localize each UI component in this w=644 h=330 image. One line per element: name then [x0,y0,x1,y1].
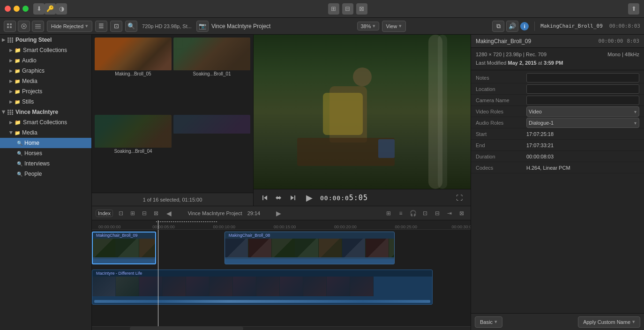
minimize-button[interactable] [14,6,20,12]
audio-roles-select[interactable]: Dialogue-1 Dialogue Music Effects [526,118,639,128]
sidebar-item-smart-collections-2[interactable]: ▶ 📁 Smart Collections [0,117,91,128]
sidebar-library-vinceMacIntyre[interactable]: ▶ Vince MacIntyre [0,107,91,117]
magnify-icon: 🔍 [17,172,22,177]
preview-video [254,35,471,189]
folder-plus-icon: 📁 [15,79,20,84]
field-notes-input[interactable] [526,73,639,82]
tl-btn-3[interactable]: ⊟ [139,208,150,218]
track-making-broll-08[interactable]: MakingChair_Broll_08 [225,232,395,264]
field-codecs-value: H.264, Linear PCM [526,165,639,171]
field-start-value: 17:07:25:18 [526,131,639,137]
clip-soaking-broll-04[interactable]: Soaking...Broll_04 [95,115,172,190]
maximize-button[interactable] [22,6,29,12]
sidebar-item-graphics[interactable]: ▶ 📁 Graphics [0,66,91,76]
close-button[interactable] [5,6,11,12]
filmstrip-view-btn[interactable]: ⊡ [110,21,122,32]
tl-icon-6[interactable]: ⊠ [457,208,467,218]
search-btn[interactable]: 🔍 [125,21,137,32]
list-view-btn[interactable]: ☰ [95,21,107,32]
timeline-tracks: MakingChair_Broll_09 Making [92,230,471,326]
download-icon[interactable]: ⬇ [33,3,45,15]
out-point-btn[interactable] [287,192,299,203]
library-icon-btn[interactable] [4,21,16,32]
tl-icon-4[interactable]: ⊟ [432,208,442,218]
track-macintyre-audio[interactable]: MacIntyre - Different Life [92,270,433,305]
tl-arrow-left-btn[interactable]: ◀ [164,208,174,218]
clip-soaking-broll-01[interactable]: Soaking...Broll_01 [173,38,250,113]
split-view-icon[interactable]: ⊟ [342,3,353,15]
field-location: Location [471,83,644,95]
tl-btn-2[interactable]: ⊞ [127,208,138,218]
clip-making-broll-05[interactable]: Making...Broll_05 [95,38,172,113]
svg-rect-23 [12,112,13,113]
sidebar-item-interviews[interactable]: 🔍 Interviews [0,158,91,169]
settings-btn[interactable] [32,21,44,32]
field-start-label: Start [476,131,523,137]
sidebar-item-horses[interactable]: 🔍 Horses [0,148,91,158]
export-icon[interactable]: ⬆ [628,3,639,15]
info-icon[interactable]: i [520,22,529,30]
tl-btn-4[interactable]: ⊠ [151,208,161,218]
profile-icon[interactable]: ◑ [56,3,67,15]
video-roles-select[interactable]: Video Dialogue Music Effects [526,106,639,117]
basic-btn[interactable]: Basic ▾ [475,316,502,328]
browser-panel: Making...Broll_05 Soaking...Broll_01 [92,35,254,206]
timeline-scrollbar[interactable] [92,326,471,330]
adjust-icon[interactable]: ⊠ [356,3,367,15]
magnify-icon: 🔍 [17,151,22,156]
field-notes: Notes [471,72,644,83]
zoom-control[interactable]: 38% ▾ [357,22,379,30]
field-camera-name-input[interactable] [526,96,639,105]
sidebar-item-people[interactable]: 🔍 People [0,169,91,179]
audio-icon[interactable]: 🔊 [506,21,518,32]
folder-icon: 📁 [15,47,21,53]
project-name: Vince MacIntyre Project [211,23,271,30]
tl-icon-headphone[interactable]: 🎧 [408,208,418,218]
chevron-icon: ▶ [9,58,13,63]
tl-icon-5[interactable]: ⇥ [444,208,455,218]
tl-icon-1[interactable]: ⊞ [383,208,394,218]
sidebar-item-audio[interactable]: ▶ 📁 Audio [0,55,91,66]
clip-extra[interactable] [173,115,250,190]
viewer-icon[interactable]: ⧉ [492,21,504,32]
viewer-panel: ▶ 00:00:05:05 ⛶ [254,35,471,206]
grid-icon [7,109,14,115]
tl-icon-3[interactable]: ⊡ [420,208,430,218]
timeline-project-info: Vince MacIntyre Project 29:14 [177,210,271,216]
in-point-btn[interactable] [259,192,270,203]
timeline-ruler: 00:00:00:00 00:00:05:00 00:00:10:00 00:0… [92,220,471,230]
sidebar-item-label: Media [22,129,37,136]
apply-custom-name-btn[interactable]: Apply Custom Name ▾ [578,316,640,328]
sidebar-item-media-1[interactable]: ▶ 📁 Media [0,76,91,86]
svg-rect-27 [262,195,263,200]
source-btn[interactable] [18,21,30,32]
key-icon[interactable]: 🔑 [45,3,56,15]
view-btn[interactable]: View ▾ [382,21,406,32]
sidebar-item-label: Horses [24,150,42,157]
hide-rejected-btn[interactable]: Hide Rejected ▾ [47,21,92,32]
track-making-broll-09[interactable]: MakingChair_Broll_09 [92,232,156,264]
sidebar-library-pouringSteel[interactable]: ▶ Pouring Steel [0,35,91,45]
sidebar-item-smart-collections-1[interactable]: ▶ 📁 Smart Collections [0,45,91,55]
tl-icon-2[interactable]: ≡ [396,208,406,218]
play-btn[interactable]: ▶ [302,191,316,205]
sidebar-item-projects[interactable]: ▶ 📁 Projects [0,86,91,97]
tl-arrow-right-btn[interactable]: ▶ [274,208,284,218]
magnify-icon: 🔍 [17,141,22,146]
sidebar-item-media-2[interactable]: ▶ 📁 Media [0,128,91,138]
sidebar-item-stills[interactable]: ▶ 📁 Stills [0,97,91,107]
sidebar-item-label: People [24,171,42,177]
svg-rect-21 [7,112,9,113]
folder-plus-icon: 📁 [15,89,20,94]
grid-view-icon[interactable]: ⊞ [328,3,339,15]
folder-plus-icon: 📁 [15,68,20,74]
fullscreen-btn[interactable]: ⛶ [454,192,465,203]
folder-plus-icon: 📁 [15,58,20,63]
transform-btn[interactable] [272,192,284,203]
field-location-input[interactable] [526,84,639,94]
index-tab[interactable]: Index [96,210,113,217]
field-duration-label: Duration [476,154,523,159]
sidebar-item-home[interactable]: 🔍 Home [0,138,91,148]
camera-icon[interactable]: 📷 [196,21,209,32]
tl-btn-1[interactable]: ⊡ [116,208,126,218]
